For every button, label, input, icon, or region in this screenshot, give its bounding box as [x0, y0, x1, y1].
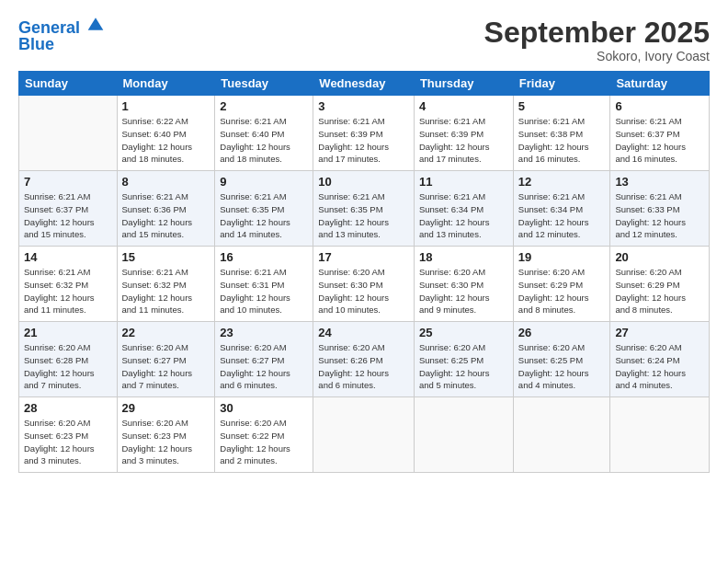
day-info: Sunrise: 6:20 AM Sunset: 6:25 PM Dayligh…	[419, 341, 508, 392]
day-info: Sunrise: 6:21 AM Sunset: 6:32 PM Dayligh…	[122, 266, 210, 316]
day-number: 22	[122, 326, 210, 339]
day-cell: 9Sunrise: 6:21 AM Sunset: 6:35 PM Daylig…	[215, 171, 313, 247]
week-row-5: 28Sunrise: 6:20 AM Sunset: 6:23 PM Dayli…	[19, 397, 710, 473]
day-info: Sunrise: 6:20 AM Sunset: 6:25 PM Dayligh…	[518, 341, 606, 392]
day-info: Sunrise: 6:20 AM Sunset: 6:23 PM Dayligh…	[122, 417, 210, 467]
svg-marker-0	[88, 17, 104, 29]
week-row-4: 21Sunrise: 6:20 AM Sunset: 6:28 PM Dayli…	[19, 322, 710, 397]
day-cell: 6Sunrise: 6:21 AM Sunset: 6:37 PM Daylig…	[610, 96, 710, 171]
day-cell: 18Sunrise: 6:20 AM Sunset: 6:30 PM Dayli…	[414, 247, 513, 322]
day-number: 23	[220, 326, 308, 339]
day-number: 16	[220, 250, 308, 264]
day-info: Sunrise: 6:21 AM Sunset: 6:32 PM Dayligh…	[24, 266, 112, 316]
week-row-2: 7Sunrise: 6:21 AM Sunset: 6:37 PM Daylig…	[19, 171, 710, 247]
week-row-1: 1Sunrise: 6:22 AM Sunset: 6:40 PM Daylig…	[19, 96, 710, 171]
day-info: Sunrise: 6:21 AM Sunset: 6:31 PM Dayligh…	[220, 266, 308, 316]
day-cell: 20Sunrise: 6:20 AM Sunset: 6:29 PM Dayli…	[610, 247, 710, 322]
day-cell: 23Sunrise: 6:20 AM Sunset: 6:27 PM Dayli…	[215, 322, 313, 397]
day-info: Sunrise: 6:21 AM Sunset: 6:39 PM Dayligh…	[318, 115, 409, 166]
day-cell: 29Sunrise: 6:20 AM Sunset: 6:23 PM Dayli…	[117, 397, 215, 473]
day-info: Sunrise: 6:21 AM Sunset: 6:37 PM Dayligh…	[24, 190, 112, 241]
day-info: Sunrise: 6:21 AM Sunset: 6:35 PM Dayligh…	[318, 190, 409, 241]
day-cell	[513, 397, 610, 473]
day-info: Sunrise: 6:20 AM Sunset: 6:29 PM Dayligh…	[518, 266, 606, 316]
day-cell: 11Sunrise: 6:21 AM Sunset: 6:34 PM Dayli…	[414, 171, 513, 247]
day-number: 15	[122, 250, 210, 264]
header-row: SundayMondayTuesdayWednesdayThursdayFrid…	[19, 72, 710, 96]
day-number: 26	[518, 326, 606, 339]
header-day-tuesday: Tuesday	[215, 72, 313, 96]
day-cell: 27Sunrise: 6:20 AM Sunset: 6:24 PM Dayli…	[610, 322, 710, 397]
day-info: Sunrise: 6:21 AM Sunset: 6:33 PM Dayligh…	[615, 190, 704, 241]
day-cell: 24Sunrise: 6:20 AM Sunset: 6:26 PM Dayli…	[313, 322, 415, 397]
header-day-sunday: Sunday	[19, 72, 118, 96]
day-info: Sunrise: 6:20 AM Sunset: 6:30 PM Dayligh…	[419, 266, 508, 316]
day-number: 28	[24, 401, 112, 415]
day-info: Sunrise: 6:20 AM Sunset: 6:23 PM Dayligh…	[24, 417, 112, 467]
day-number: 4	[419, 99, 508, 113]
day-number: 13	[615, 175, 704, 189]
day-number: 1	[122, 99, 210, 113]
day-cell: 21Sunrise: 6:20 AM Sunset: 6:28 PM Dayli…	[19, 322, 118, 397]
day-cell: 22Sunrise: 6:20 AM Sunset: 6:27 PM Dayli…	[117, 322, 215, 397]
day-cell: 13Sunrise: 6:21 AM Sunset: 6:33 PM Dayli…	[610, 171, 710, 247]
day-number: 14	[24, 250, 112, 264]
day-number: 18	[419, 250, 508, 264]
day-number: 8	[122, 175, 210, 189]
logo: General Blue	[18, 17, 105, 54]
day-number: 25	[419, 326, 508, 339]
day-cell: 4Sunrise: 6:21 AM Sunset: 6:39 PM Daylig…	[414, 96, 513, 171]
day-number: 29	[122, 401, 210, 415]
day-info: Sunrise: 6:21 AM Sunset: 6:34 PM Dayligh…	[518, 190, 606, 241]
logo-icon	[86, 15, 105, 33]
month-title: September 2025	[484, 17, 710, 49]
day-cell: 17Sunrise: 6:20 AM Sunset: 6:30 PM Dayli…	[313, 247, 415, 322]
day-number: 27	[615, 326, 704, 339]
header-day-saturday: Saturday	[610, 72, 710, 96]
day-info: Sunrise: 6:20 AM Sunset: 6:27 PM Dayligh…	[220, 341, 308, 392]
header-day-friday: Friday	[513, 72, 610, 96]
header-day-thursday: Thursday	[414, 72, 513, 96]
day-info: Sunrise: 6:20 AM Sunset: 6:29 PM Dayligh…	[615, 266, 704, 316]
header-day-monday: Monday	[117, 72, 215, 96]
day-info: Sunrise: 6:21 AM Sunset: 6:36 PM Dayligh…	[122, 190, 210, 241]
day-cell: 7Sunrise: 6:21 AM Sunset: 6:37 PM Daylig…	[19, 171, 118, 247]
calendar-table: SundayMondayTuesdayWednesdayThursdayFrid…	[18, 71, 710, 473]
day-info: Sunrise: 6:21 AM Sunset: 6:37 PM Dayligh…	[615, 115, 704, 166]
day-cell: 15Sunrise: 6:21 AM Sunset: 6:32 PM Dayli…	[117, 247, 215, 322]
day-number: 20	[615, 250, 704, 264]
day-cell: 3Sunrise: 6:21 AM Sunset: 6:39 PM Daylig…	[313, 96, 415, 171]
day-cell	[19, 96, 118, 171]
day-number: 19	[518, 250, 606, 264]
header: General Blue September 2025 Sokoro, Ivor…	[18, 17, 710, 63]
day-info: Sunrise: 6:21 AM Sunset: 6:34 PM Dayligh…	[419, 190, 508, 241]
day-cell: 2Sunrise: 6:21 AM Sunset: 6:40 PM Daylig…	[215, 96, 313, 171]
day-cell: 19Sunrise: 6:20 AM Sunset: 6:29 PM Dayli…	[513, 247, 610, 322]
day-cell: 12Sunrise: 6:21 AM Sunset: 6:34 PM Dayli…	[513, 171, 610, 247]
day-info: Sunrise: 6:20 AM Sunset: 6:22 PM Dayligh…	[220, 417, 308, 467]
day-number: 6	[615, 99, 704, 113]
day-cell: 14Sunrise: 6:21 AM Sunset: 6:32 PM Dayli…	[19, 247, 118, 322]
day-info: Sunrise: 6:20 AM Sunset: 6:24 PM Dayligh…	[615, 341, 704, 392]
day-number: 21	[24, 326, 112, 339]
day-info: Sunrise: 6:21 AM Sunset: 6:40 PM Dayligh…	[220, 115, 308, 166]
header-day-wednesday: Wednesday	[313, 72, 415, 96]
week-row-3: 14Sunrise: 6:21 AM Sunset: 6:32 PM Dayli…	[19, 247, 710, 322]
day-number: 24	[318, 326, 409, 339]
day-cell: 28Sunrise: 6:20 AM Sunset: 6:23 PM Dayli…	[19, 397, 118, 473]
day-number: 5	[518, 99, 606, 113]
location: Sokoro, Ivory Coast	[484, 49, 710, 63]
day-info: Sunrise: 6:20 AM Sunset: 6:27 PM Dayligh…	[122, 341, 210, 392]
day-info: Sunrise: 6:20 AM Sunset: 6:26 PM Dayligh…	[318, 341, 409, 392]
day-number: 3	[318, 99, 409, 113]
day-cell: 5Sunrise: 6:21 AM Sunset: 6:38 PM Daylig…	[513, 96, 610, 171]
day-number: 30	[220, 401, 308, 415]
day-info: Sunrise: 6:21 AM Sunset: 6:38 PM Dayligh…	[518, 115, 606, 166]
day-cell: 1Sunrise: 6:22 AM Sunset: 6:40 PM Daylig…	[117, 96, 215, 171]
day-cell	[313, 397, 415, 473]
day-cell	[610, 397, 710, 473]
day-cell: 10Sunrise: 6:21 AM Sunset: 6:35 PM Dayli…	[313, 171, 415, 247]
day-info: Sunrise: 6:20 AM Sunset: 6:28 PM Dayligh…	[24, 341, 112, 392]
day-number: 7	[24, 175, 112, 189]
day-info: Sunrise: 6:21 AM Sunset: 6:39 PM Dayligh…	[419, 115, 508, 166]
